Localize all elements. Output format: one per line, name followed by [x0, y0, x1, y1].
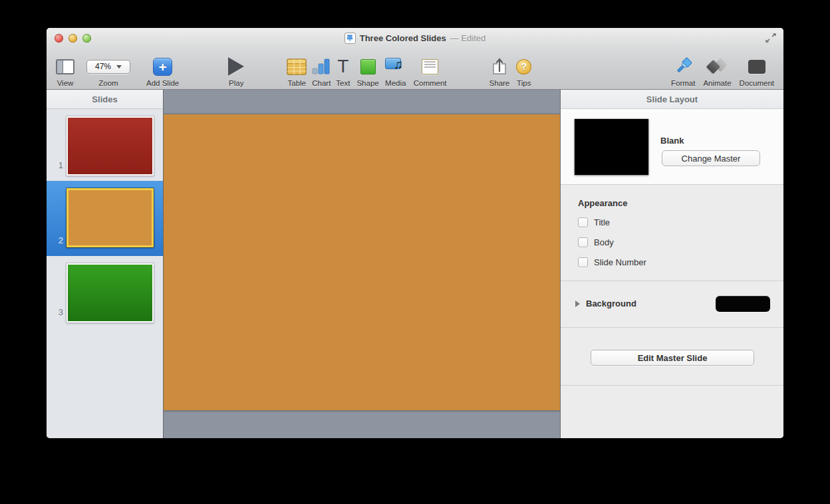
body-checkbox[interactable] — [578, 237, 588, 247]
window-chrome: Three Colored Slides — Edited View 47% — [47, 28, 783, 90]
document-button[interactable]: Document — [740, 51, 774, 87]
play-icon — [228, 57, 244, 76]
share-icon — [491, 57, 508, 76]
table-icon — [287, 59, 307, 75]
animate-label: Animate — [703, 79, 731, 87]
tips-button[interactable]: ? Tips — [516, 51, 531, 87]
background-label: Background — [586, 299, 636, 309]
media-label: Media — [385, 79, 406, 87]
background-section: Background — [561, 281, 783, 328]
plus-icon: + — [153, 58, 172, 76]
zoom-value: 47% — [95, 62, 111, 71]
share-label: Share — [489, 79, 510, 87]
title-checkbox-row: Title — [578, 217, 783, 228]
window-title-edited: — Edited — [450, 33, 485, 43]
keynote-document-icon — [345, 33, 356, 44]
window-content: Slides 1 2 3 Slide Layout Blank — [47, 90, 783, 438]
edit-master-section: Edit Master Slide — [561, 328, 783, 386]
window-title-group: Three Colored Slides — Edited — [47, 28, 783, 48]
titlebar[interactable]: Three Colored Slides — Edited — [47, 28, 783, 48]
format-button[interactable]: Format — [671, 51, 695, 87]
table-label: Table — [287, 79, 306, 87]
animate-button[interactable]: Animate — [703, 51, 731, 87]
zoom-control[interactable]: 47% Zoom — [86, 51, 130, 87]
title-checkbox[interactable] — [578, 217, 588, 227]
shape-label: Shape — [356, 79, 378, 87]
fullscreen-icon[interactable] — [765, 33, 777, 43]
text-button[interactable]: T Text — [336, 51, 350, 87]
change-master-button[interactable]: Change Master — [662, 150, 760, 166]
format-inspector: Slide Layout Blank Change Master Appeara… — [561, 90, 783, 438]
slide-navigator: Slides 1 2 3 — [47, 90, 164, 438]
chart-button[interactable]: Chart — [312, 51, 331, 87]
toolbar: View 47% Zoom + Add Slide Play — [47, 48, 783, 89]
format-label: Format — [671, 79, 695, 87]
play-button[interactable]: Play — [228, 51, 244, 87]
slide-number-checkbox-row: Slide Number — [578, 257, 783, 268]
chart-icon — [312, 58, 331, 75]
add-slide-button[interactable]: + Add Slide — [146, 51, 179, 87]
paintbrush-icon — [673, 57, 693, 76]
master-slide-name: Blank — [660, 136, 684, 146]
comment-label: Comment — [414, 79, 447, 87]
add-slide-label: Add Slide — [146, 79, 179, 87]
slide-number: 3 — [47, 307, 63, 317]
play-label: Play — [229, 79, 243, 87]
zoom-dropdown[interactable]: 47% — [86, 60, 130, 74]
slide-number-checkbox-label: Slide Number — [594, 257, 646, 267]
title-checkbox-label: Title — [594, 217, 610, 227]
master-slide-section: Blank Change Master — [561, 109, 783, 185]
view-icon — [56, 59, 74, 74]
slide-1-preview — [67, 116, 154, 176]
chevron-down-icon — [116, 65, 122, 68]
chart-label: Chart — [312, 79, 331, 87]
document-icon — [748, 60, 765, 74]
slide-thumbnail-2-selected[interactable]: 2 — [47, 181, 163, 256]
background-color-well[interactable] — [716, 296, 770, 312]
inspector-empty-area — [561, 386, 783, 438]
music-note-icon: ♫ — [394, 56, 403, 74]
slide-thumbnail-3[interactable]: 3 — [47, 256, 163, 328]
master-slide-preview — [575, 119, 648, 175]
media-button[interactable]: ♫ Media — [384, 51, 407, 87]
comment-button[interactable]: Comment — [414, 51, 447, 87]
comment-icon — [422, 59, 438, 74]
slide-2-preview — [67, 188, 154, 247]
view-button[interactable]: View — [56, 51, 74, 87]
shape-icon — [360, 59, 376, 74]
body-checkbox-row: Body — [578, 237, 783, 248]
slide-number: 1 — [47, 160, 63, 170]
slide-canvas[interactable] — [164, 90, 561, 438]
tips-label: Tips — [517, 79, 531, 87]
edit-master-slide-button[interactable]: Edit Master Slide — [591, 350, 754, 366]
window-title: Three Colored Slides — [360, 33, 446, 43]
slides-panel-header: Slides — [47, 90, 163, 109]
appearance-section: Appearance Title Body Slide Number — [561, 185, 783, 281]
view-label: View — [57, 79, 74, 87]
current-slide[interactable] — [164, 114, 560, 410]
appearance-title: Appearance — [578, 198, 783, 208]
table-button[interactable]: Table — [287, 51, 307, 87]
zoom-label: Zoom — [98, 79, 118, 87]
body-checkbox-label: Body — [594, 237, 614, 247]
animate-diamonds-icon — [707, 58, 727, 75]
question-mark-icon: ? — [516, 59, 531, 74]
share-button[interactable]: Share — [489, 51, 510, 87]
slide-number-checkbox[interactable] — [578, 257, 588, 267]
disclosure-triangle-icon[interactable] — [575, 301, 580, 307]
text-label: Text — [336, 79, 350, 87]
slide-3-preview — [67, 263, 154, 322]
slide-number: 2 — [47, 235, 63, 245]
inspector-header: Slide Layout — [561, 90, 783, 109]
text-icon: T — [337, 57, 348, 76]
slide-thumbnail-1[interactable]: 1 — [47, 109, 163, 181]
document-label: Document — [740, 79, 774, 87]
keynote-window: Three Colored Slides — Edited View 47% — [47, 28, 783, 438]
shape-button[interactable]: Shape — [356, 51, 378, 87]
